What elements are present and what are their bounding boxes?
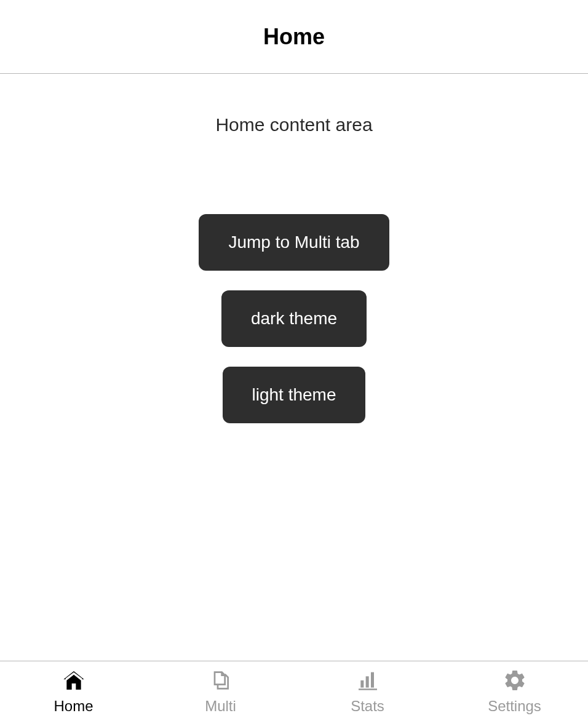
content-area: Home content area Jump to Multi tab dark… — [0, 74, 588, 661]
tab-multi[interactable]: Multi — [147, 661, 294, 721]
dark-theme-button[interactable]: dark theme — [221, 290, 367, 347]
jump-to-multi-button[interactable]: Jump to Multi tab — [199, 214, 389, 271]
copy-icon — [209, 668, 233, 693]
tab-label-settings: Settings — [488, 698, 541, 715]
home-icon — [62, 668, 86, 693]
header: Home — [0, 0, 588, 74]
tab-settings[interactable]: Settings — [441, 661, 588, 721]
content-description: Home content area — [215, 114, 372, 135]
tab-label-stats: Stats — [351, 698, 384, 715]
light-theme-button[interactable]: light theme — [223, 367, 366, 423]
gear-icon — [503, 668, 527, 693]
tab-label-multi: Multi — [205, 698, 236, 715]
tab-home[interactable]: Home — [0, 661, 147, 721]
page-title: Home — [263, 24, 325, 50]
svg-rect-2 — [371, 672, 374, 687]
svg-rect-3 — [359, 688, 377, 690]
stats-icon — [356, 668, 380, 693]
tab-label-home: Home — [54, 698, 93, 715]
tab-bar: Home Multi Stats Settings — [0, 661, 588, 721]
svg-rect-1 — [365, 676, 368, 687]
tab-stats[interactable]: Stats — [294, 661, 441, 721]
svg-rect-0 — [360, 680, 364, 688]
